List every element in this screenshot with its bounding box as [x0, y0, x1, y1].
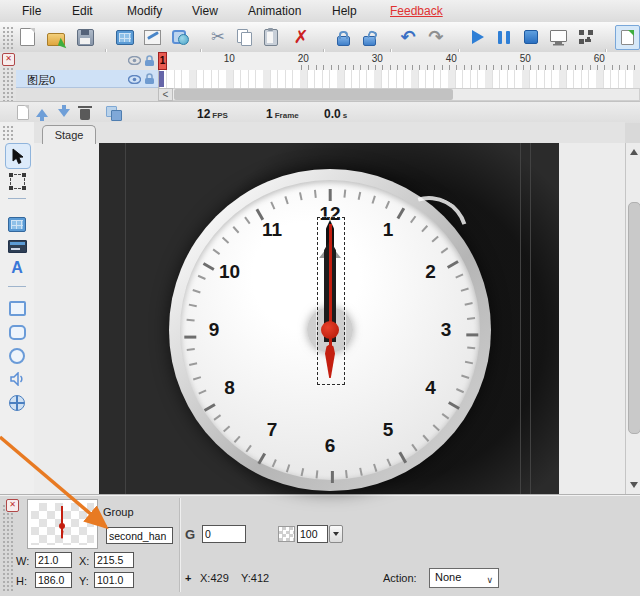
banner-icon — [8, 240, 27, 253]
props-grip-handle[interactable] — [1, 503, 13, 591]
component-grid-tool-button[interactable] — [7, 214, 27, 234]
hscroll-left-button[interactable]: < — [158, 88, 173, 101]
shapes-button[interactable] — [170, 27, 190, 47]
tab-stage[interactable]: Stage — [42, 125, 96, 144]
components-grid-icon — [116, 30, 134, 45]
qr-code-icon — [579, 30, 593, 44]
pause-icon — [498, 31, 510, 44]
application-window: FileEditModifyViewAnimationHelpFeedback … — [0, 0, 640, 596]
action-label: Action: — [383, 572, 417, 584]
duplicate-icon — [106, 106, 122, 120]
toolbar-grip-handle[interactable] — [1, 25, 13, 49]
playhead-frame-marker[interactable]: 1 — [158, 52, 167, 70]
new-document-button[interactable] — [17, 27, 37, 47]
transform-tool-button[interactable] — [7, 171, 27, 191]
opacity-input[interactable] — [297, 525, 328, 543]
opacity-dropdown-button[interactable] — [329, 525, 343, 543]
unlock-button[interactable] — [359, 27, 379, 47]
rounded-rect-tool-button[interactable] — [7, 322, 27, 342]
timeline-ruler[interactable]: 102030405060 1 — [16, 52, 640, 71]
pause-button[interactable] — [494, 27, 514, 47]
delete-button[interactable]: ✗ — [291, 27, 311, 47]
hscroll-thumb[interactable] — [174, 89, 453, 100]
export-button[interactable] — [142, 27, 162, 47]
props-close-button[interactable]: ✕ — [6, 499, 19, 512]
ellipse-tool-button[interactable] — [7, 346, 27, 366]
move-layer-down-button[interactable] — [56, 105, 72, 120]
library-panel-toggle[interactable] — [615, 25, 640, 50]
menu-item-view[interactable]: View — [192, 4, 218, 18]
ruler-frame-area[interactable]: 102030405060 — [158, 52, 640, 70]
save-button[interactable] — [75, 27, 95, 47]
copy-button[interactable] — [235, 27, 255, 47]
stage-guide-line — [125, 143, 126, 494]
x-input[interactable] — [94, 552, 134, 568]
paste-clipboard-icon — [264, 29, 278, 46]
new-frame-button[interactable] — [15, 105, 31, 120]
present-button[interactable] — [548, 27, 568, 47]
instance-name-input[interactable] — [106, 527, 173, 544]
frame-count-unit: Frame — [275, 111, 299, 120]
layer-name: 图层0 — [27, 73, 55, 88]
move-layer-up-button[interactable] — [34, 105, 50, 120]
redo-button[interactable]: ↷ — [426, 27, 446, 47]
rotation-input[interactable] — [202, 525, 246, 543]
clock-number-2: 2 — [425, 261, 436, 283]
height-input[interactable] — [35, 572, 72, 588]
layer-frames-area[interactable] — [158, 70, 640, 89]
width-input[interactable] — [35, 552, 72, 568]
undo-button[interactable]: ↶ — [398, 27, 418, 47]
delete-x-icon: ✗ — [293, 28, 308, 46]
rectangle-tool-button[interactable] — [7, 298, 27, 318]
up-triangle-icon — [630, 149, 638, 155]
timeline-close-button[interactable]: ✕ — [2, 53, 15, 66]
fps-status: 12FPS — [197, 107, 228, 121]
action-select[interactable]: None ∨ — [429, 568, 499, 588]
menu-item-modify[interactable]: Modify — [127, 4, 162, 18]
banner-tool-button[interactable] — [7, 236, 27, 256]
page-export-icon — [621, 30, 634, 45]
menu-item-feedback[interactable]: Feedback — [390, 4, 443, 18]
frame-count-status: 1Frame — [266, 107, 299, 121]
cut-button[interactable]: ✂ — [208, 27, 228, 47]
eye-visibility-icon[interactable] — [128, 56, 141, 65]
lock-layer-icon[interactable] — [144, 73, 155, 85]
play-button[interactable] — [468, 27, 488, 47]
paste-button[interactable] — [261, 27, 281, 47]
components-button[interactable] — [115, 27, 135, 47]
vscroll-thumb[interactable] — [628, 202, 640, 434]
clock-number-9: 9 — [209, 319, 220, 341]
scroll-up-button[interactable] — [627, 144, 640, 160]
rotation-icon: G — [185, 527, 195, 542]
speaker-icon — [10, 372, 25, 386]
duplicate-frame-button[interactable] — [106, 105, 122, 120]
scroll-down-button[interactable] — [627, 477, 640, 493]
eye-visibility-icon[interactable] — [128, 75, 141, 84]
timeline-layer-row[interactable]: 图层0 — [16, 70, 640, 88]
undo-arrow-icon: ↶ — [400, 28, 415, 46]
menu-item-file[interactable]: File — [22, 4, 41, 18]
open-button[interactable] — [46, 27, 66, 47]
clock-number-8: 8 — [224, 377, 235, 399]
text-tool-button[interactable]: A — [7, 258, 27, 278]
presentation-screen-icon — [550, 30, 567, 42]
qr-export-button[interactable] — [576, 27, 596, 47]
tabstrip-grip-handle[interactable] — [1, 124, 13, 141]
lock-layer-icon[interactable] — [144, 55, 155, 67]
keyframe-marker[interactable] — [159, 71, 164, 87]
selection-tool-button[interactable] — [5, 143, 31, 169]
clock-number-6: 6 — [325, 435, 336, 457]
layer-label-cell[interactable]: 图层0 — [16, 70, 158, 88]
delete-layer-button[interactable] — [77, 105, 93, 120]
menu-item-edit[interactable]: Edit — [72, 4, 93, 18]
menu-item-help[interactable]: Help — [332, 4, 357, 18]
lock-button[interactable] — [333, 27, 353, 47]
selection-bounding-box[interactable] — [317, 217, 345, 385]
stage-guide-line — [520, 143, 521, 494]
stop-button[interactable] — [521, 27, 541, 47]
clock-number-10: 10 — [219, 261, 240, 283]
menu-item-animation[interactable]: Animation — [248, 4, 301, 18]
y-input[interactable] — [94, 572, 134, 588]
hyperlink-tool-button[interactable] — [7, 393, 27, 413]
sound-tool-button[interactable] — [7, 369, 27, 389]
